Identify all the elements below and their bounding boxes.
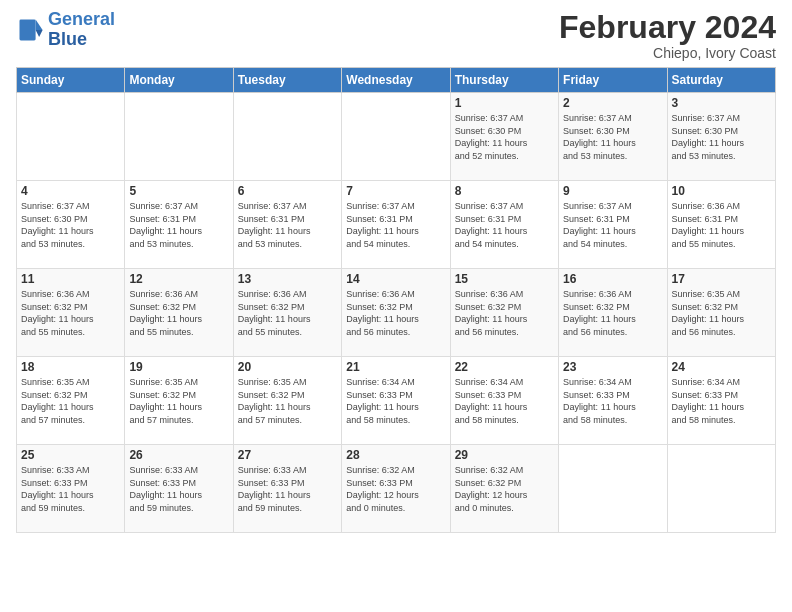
day-info: Sunrise: 6:37 AMSunset: 6:30 PMDaylight:…	[21, 200, 120, 250]
calendar-cell: 8Sunrise: 6:37 AMSunset: 6:31 PMDaylight…	[450, 181, 558, 269]
calendar-cell: 3Sunrise: 6:37 AMSunset: 6:30 PMDaylight…	[667, 93, 775, 181]
day-info: Sunrise: 6:35 AMSunset: 6:32 PMDaylight:…	[238, 376, 337, 426]
calendar-cell: 2Sunrise: 6:37 AMSunset: 6:30 PMDaylight…	[559, 93, 667, 181]
day-number: 3	[672, 96, 771, 110]
logo-line1: General	[48, 9, 115, 29]
day-info: Sunrise: 6:34 AMSunset: 6:33 PMDaylight:…	[346, 376, 445, 426]
day-number: 19	[129, 360, 228, 374]
day-number: 24	[672, 360, 771, 374]
day-number: 6	[238, 184, 337, 198]
day-number: 10	[672, 184, 771, 198]
day-number: 8	[455, 184, 554, 198]
subtitle: Chiepo, Ivory Coast	[559, 45, 776, 61]
day-number: 16	[563, 272, 662, 286]
day-info: Sunrise: 6:37 AMSunset: 6:30 PMDaylight:…	[672, 112, 771, 162]
calendar-cell: 18Sunrise: 6:35 AMSunset: 6:32 PMDayligh…	[17, 357, 125, 445]
svg-marker-0	[36, 19, 43, 30]
day-number: 15	[455, 272, 554, 286]
day-number: 17	[672, 272, 771, 286]
week-row-2: 4Sunrise: 6:37 AMSunset: 6:30 PMDaylight…	[17, 181, 776, 269]
day-info: Sunrise: 6:33 AMSunset: 6:33 PMDaylight:…	[238, 464, 337, 514]
day-number: 25	[21, 448, 120, 462]
day-number: 7	[346, 184, 445, 198]
day-info: Sunrise: 6:34 AMSunset: 6:33 PMDaylight:…	[563, 376, 662, 426]
day-number: 28	[346, 448, 445, 462]
page: General Blue February 2024 Chiepo, Ivory…	[0, 0, 792, 543]
day-info: Sunrise: 6:37 AMSunset: 6:31 PMDaylight:…	[129, 200, 228, 250]
day-info: Sunrise: 6:35 AMSunset: 6:32 PMDaylight:…	[21, 376, 120, 426]
calendar-cell: 21Sunrise: 6:34 AMSunset: 6:33 PMDayligh…	[342, 357, 450, 445]
day-number: 5	[129, 184, 228, 198]
calendar-cell: 20Sunrise: 6:35 AMSunset: 6:32 PMDayligh…	[233, 357, 341, 445]
day-number: 14	[346, 272, 445, 286]
calendar-cell: 15Sunrise: 6:36 AMSunset: 6:32 PMDayligh…	[450, 269, 558, 357]
day-number: 29	[455, 448, 554, 462]
logo-text: General Blue	[48, 10, 115, 50]
day-info: Sunrise: 6:37 AMSunset: 6:30 PMDaylight:…	[455, 112, 554, 162]
day-number: 27	[238, 448, 337, 462]
day-info: Sunrise: 6:33 AMSunset: 6:33 PMDaylight:…	[129, 464, 228, 514]
calendar-body: 1Sunrise: 6:37 AMSunset: 6:30 PMDaylight…	[17, 93, 776, 533]
day-info: Sunrise: 6:36 AMSunset: 6:32 PMDaylight:…	[346, 288, 445, 338]
calendar-cell: 27Sunrise: 6:33 AMSunset: 6:33 PMDayligh…	[233, 445, 341, 533]
calendar-cell: 6Sunrise: 6:37 AMSunset: 6:31 PMDaylight…	[233, 181, 341, 269]
calendar-cell: 5Sunrise: 6:37 AMSunset: 6:31 PMDaylight…	[125, 181, 233, 269]
header-cell-sunday: Sunday	[17, 68, 125, 93]
calendar-cell: 1Sunrise: 6:37 AMSunset: 6:30 PMDaylight…	[450, 93, 558, 181]
day-info: Sunrise: 6:36 AMSunset: 6:32 PMDaylight:…	[455, 288, 554, 338]
calendar-cell	[559, 445, 667, 533]
day-number: 9	[563, 184, 662, 198]
week-row-1: 1Sunrise: 6:37 AMSunset: 6:30 PMDaylight…	[17, 93, 776, 181]
calendar-cell: 4Sunrise: 6:37 AMSunset: 6:30 PMDaylight…	[17, 181, 125, 269]
calendar-table: SundayMondayTuesdayWednesdayThursdayFrid…	[16, 67, 776, 533]
day-number: 12	[129, 272, 228, 286]
header-cell-tuesday: Tuesday	[233, 68, 341, 93]
calendar-cell: 10Sunrise: 6:36 AMSunset: 6:31 PMDayligh…	[667, 181, 775, 269]
calendar-cell: 26Sunrise: 6:33 AMSunset: 6:33 PMDayligh…	[125, 445, 233, 533]
svg-rect-2	[20, 19, 36, 40]
day-info: Sunrise: 6:33 AMSunset: 6:33 PMDaylight:…	[21, 464, 120, 514]
day-info: Sunrise: 6:36 AMSunset: 6:32 PMDaylight:…	[129, 288, 228, 338]
day-number: 4	[21, 184, 120, 198]
day-number: 13	[238, 272, 337, 286]
day-info: Sunrise: 6:35 AMSunset: 6:32 PMDaylight:…	[129, 376, 228, 426]
day-number: 20	[238, 360, 337, 374]
logo: General Blue	[16, 10, 115, 50]
calendar-cell: 16Sunrise: 6:36 AMSunset: 6:32 PMDayligh…	[559, 269, 667, 357]
svg-marker-1	[36, 30, 43, 37]
calendar-cell	[233, 93, 341, 181]
header-cell-friday: Friday	[559, 68, 667, 93]
day-number: 22	[455, 360, 554, 374]
header-cell-wednesday: Wednesday	[342, 68, 450, 93]
week-row-3: 11Sunrise: 6:36 AMSunset: 6:32 PMDayligh…	[17, 269, 776, 357]
header-row: SundayMondayTuesdayWednesdayThursdayFrid…	[17, 68, 776, 93]
calendar-cell: 13Sunrise: 6:36 AMSunset: 6:32 PMDayligh…	[233, 269, 341, 357]
main-title: February 2024	[559, 10, 776, 45]
logo-line2: Blue	[48, 30, 115, 50]
calendar-header: SundayMondayTuesdayWednesdayThursdayFrid…	[17, 68, 776, 93]
logo-icon	[16, 16, 44, 44]
calendar-cell: 22Sunrise: 6:34 AMSunset: 6:33 PMDayligh…	[450, 357, 558, 445]
day-info: Sunrise: 6:36 AMSunset: 6:31 PMDaylight:…	[672, 200, 771, 250]
calendar-cell: 17Sunrise: 6:35 AMSunset: 6:32 PMDayligh…	[667, 269, 775, 357]
title-area: February 2024 Chiepo, Ivory Coast	[559, 10, 776, 61]
calendar-cell: 25Sunrise: 6:33 AMSunset: 6:33 PMDayligh…	[17, 445, 125, 533]
calendar-cell: 29Sunrise: 6:32 AMSunset: 6:32 PMDayligh…	[450, 445, 558, 533]
calendar-cell: 7Sunrise: 6:37 AMSunset: 6:31 PMDaylight…	[342, 181, 450, 269]
day-number: 1	[455, 96, 554, 110]
calendar-cell: 12Sunrise: 6:36 AMSunset: 6:32 PMDayligh…	[125, 269, 233, 357]
header-cell-monday: Monday	[125, 68, 233, 93]
day-info: Sunrise: 6:36 AMSunset: 6:32 PMDaylight:…	[563, 288, 662, 338]
header-cell-thursday: Thursday	[450, 68, 558, 93]
calendar-cell: 9Sunrise: 6:37 AMSunset: 6:31 PMDaylight…	[559, 181, 667, 269]
day-info: Sunrise: 6:37 AMSunset: 6:31 PMDaylight:…	[563, 200, 662, 250]
day-number: 21	[346, 360, 445, 374]
day-info: Sunrise: 6:37 AMSunset: 6:31 PMDaylight:…	[238, 200, 337, 250]
day-info: Sunrise: 6:36 AMSunset: 6:32 PMDaylight:…	[238, 288, 337, 338]
calendar-cell	[125, 93, 233, 181]
day-number: 26	[129, 448, 228, 462]
calendar-cell: 24Sunrise: 6:34 AMSunset: 6:33 PMDayligh…	[667, 357, 775, 445]
day-number: 18	[21, 360, 120, 374]
day-number: 2	[563, 96, 662, 110]
header: General Blue February 2024 Chiepo, Ivory…	[16, 10, 776, 61]
